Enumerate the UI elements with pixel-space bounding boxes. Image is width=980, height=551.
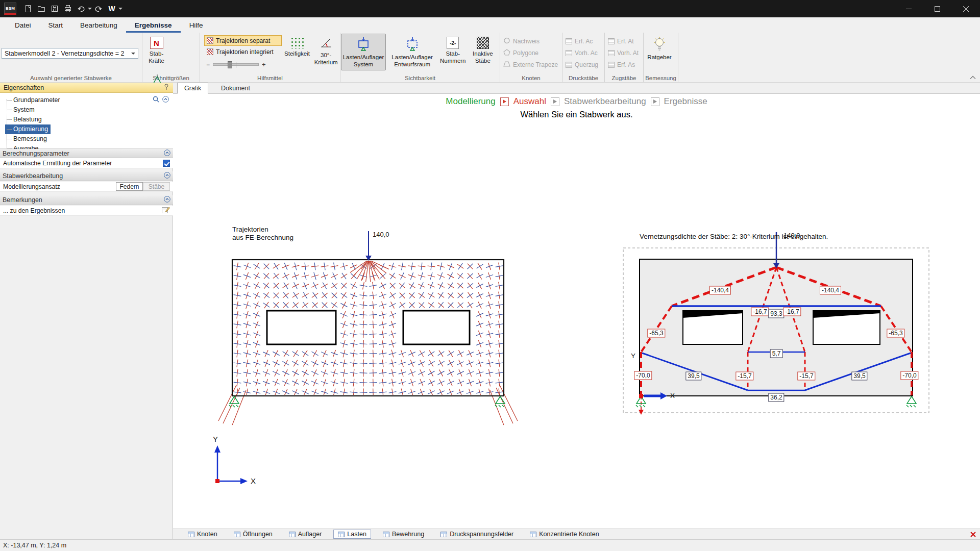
plus-icon[interactable]: [262, 61, 266, 68]
tab-oeffnungen[interactable]: Öffnungen: [229, 530, 277, 539]
search-icon[interactable]: [153, 96, 159, 104]
tree-item-bemessung[interactable]: Bemessung: [5, 134, 50, 144]
undo-icon[interactable]: [75, 2, 88, 15]
tab-bewehrung[interactable]: Bewehrung: [378, 530, 429, 539]
polygone-button[interactable]: Polygone: [503, 48, 559, 58]
tab-druckspannungsfelder[interactable]: Druckspannungsfelder: [436, 530, 518, 539]
vorh-ac-button[interactable]: Vorh. Ac: [566, 48, 601, 58]
tree-item-grundparameter[interactable]: Grundparameter: [5, 95, 63, 105]
steifigkeit-button[interactable]: Steifigkeit: [283, 34, 311, 70]
externe-trapeze-button[interactable]: Externe Trapeze: [503, 60, 559, 70]
inaktive-staebe-button[interactable]: Inaktive Stäbe: [470, 34, 496, 70]
section-collapse-icon[interactable]: [164, 196, 170, 204]
print-icon[interactable]: [61, 2, 75, 15]
table-icon: [566, 38, 572, 44]
section-stabwerkbearbeitung[interactable]: Stabwerkbearbeitung: [0, 171, 173, 181]
tab-start[interactable]: Start: [40, 19, 72, 33]
toggle-trajektorien-separat[interactable]: Trajektorien separat: [204, 35, 282, 46]
lasten-auflager-entwurfsraum-button[interactable]: Lasten/Auflager Entwurfsraum: [388, 34, 436, 70]
section-bemerkungen[interactable]: Bemerkungen: [0, 195, 173, 205]
toggle-trajektorien-integriert[interactable]: Trajektorien integriert: [204, 46, 282, 57]
tree-item-optimierung[interactable]: Optimierung: [5, 124, 51, 134]
section-collapse-icon[interactable]: [164, 172, 170, 180]
erf-as-button[interactable]: Erf. As: [608, 60, 640, 70]
group-label-hilfsmittel: Hilfsmittel: [200, 75, 340, 81]
undo-dropdown-icon[interactable]: [88, 8, 92, 12]
auto-parameter-checkbox[interactable]: [163, 160, 170, 167]
tab-bearbeitung[interactable]: Bearbeitung: [71, 19, 126, 33]
edit-note-icon[interactable]: [162, 206, 170, 215]
breadcrumb-step-auswahl[interactable]: Auswahl: [513, 96, 546, 107]
tab-konzentrierte-knoten[interactable]: Konzentrierte Knoten: [525, 530, 603, 539]
tab-lasten[interactable]: Lasten: [333, 530, 371, 539]
breadcrumb-step-stabwerkbearbeitung[interactable]: Stabwerkbearbeitung: [564, 96, 646, 107]
stab-nummern-button[interactable]: Stab-Nummern: [438, 34, 467, 70]
minus-icon[interactable]: [206, 61, 210, 68]
tab-knoten[interactable]: Knoten: [183, 530, 222, 539]
ratgeber-button[interactable]: Ratgeber: [644, 34, 675, 70]
application-window: BSM W Datei Start Bearbeitung Ergebnisse…: [0, 0, 980, 551]
collapse-ribbon-icon[interactable]: [970, 73, 976, 81]
erf-ac-button[interactable]: Erf. Ac: [566, 36, 601, 46]
strut-and-tie-diagram[interactable]: [623, 232, 929, 415]
ribbon-group-sichtbarkeit: Lasten/Auflager System Lasten/Auflager E…: [340, 33, 500, 82]
tab-ergebnisse[interactable]: Ergebnisse: [126, 19, 181, 33]
row-bemerkungen-ergebnisse: ... zu den Ergebnissen: [0, 206, 173, 216]
cursor-coordinates: X: -13,47 m, Y: 1,24 m: [3, 542, 66, 549]
close-table-strip-button[interactable]: [970, 532, 976, 537]
section-collapse-icon[interactable]: [164, 149, 170, 158]
polygon-icon: [503, 49, 510, 57]
row-automatische-ermittlung: Automatische Ermittlung der Parameter: [0, 158, 173, 168]
loads-supports-design-space-icon: [405, 37, 420, 53]
close-button[interactable]: [951, 0, 980, 17]
open-folder-icon[interactable]: [35, 2, 48, 15]
support-right: [495, 396, 505, 407]
slider-thumb[interactable]: [228, 61, 232, 68]
trajectory-density-slider[interactable]: [204, 61, 282, 68]
tab-dokument[interactable]: Dokument: [214, 83, 257, 94]
pin-icon[interactable]: [163, 84, 169, 91]
querzug-button[interactable]: Querzug: [566, 60, 601, 70]
collapse-up-icon[interactable]: [162, 96, 169, 104]
tab-hilfe[interactable]: Hilfe: [181, 19, 212, 33]
vorh-at-button[interactable]: Vorh. At: [608, 48, 640, 58]
breadcrumb-arrow-icon: [651, 97, 659, 106]
force-label-inner-right: -16,7: [783, 308, 801, 316]
table-icon: [338, 532, 345, 537]
force-label-vert-left: -15,7: [736, 372, 753, 381]
axis-y-label: Y: [213, 435, 218, 443]
save-icon[interactable]: [48, 2, 61, 15]
stab-kraefte-button[interactable]: Stab-Kräfte: [143, 34, 170, 70]
slider-track[interactable]: [213, 63, 259, 66]
word-export-icon[interactable]: W: [105, 2, 118, 15]
minimize-button[interactable]: [894, 0, 923, 17]
tab-grafik[interactable]: Grafik: [177, 83, 208, 94]
graphics-canvas[interactable]: Modellierung Auswahl Stabwerkbearbeitung…: [173, 94, 980, 529]
breadcrumb-step-ergebnisse[interactable]: Ergebnisse: [664, 96, 707, 107]
option-federn-button[interactable]: Federn: [116, 182, 143, 191]
tab-datei[interactable]: Datei: [6, 19, 40, 33]
drawing-area[interactable]: [173, 94, 980, 529]
erf-at-button[interactable]: Erf. At: [608, 36, 640, 46]
maximize-button[interactable]: [923, 0, 951, 17]
window-buttons: [894, 0, 980, 17]
nachweis-button[interactable]: Nachweis: [503, 36, 559, 46]
model-select[interactable]: Stabwerkmodell 2 - Vernetzungsdichte = 2: [2, 48, 138, 59]
model-select-value: Stabwerkmodell 2 - Vernetzungsdichte = 2: [5, 50, 125, 57]
section-berechnungsparameter[interactable]: Berechnungsparameter: [0, 149, 173, 158]
member-numbers-icon: [447, 37, 459, 49]
ribbon-group-zugstaebe: Erf. At Vorh. At Erf. As Zugstäbe: [605, 33, 644, 82]
lasten-auflager-system-button[interactable]: Lasten/Auflager System: [341, 34, 386, 70]
tree-item-belastung[interactable]: Belastung: [5, 115, 44, 124]
option-staebe-button[interactable]: Stäbe: [143, 182, 170, 191]
customize-toolbar-icon[interactable]: [118, 8, 122, 12]
group-label-bemessung: Bemessung: [644, 75, 678, 81]
kriterium-30-button[interactable]: 30°-Kriterium: [313, 34, 339, 70]
new-document-icon[interactable]: [21, 2, 35, 15]
force-label-strut-left: -140,4: [709, 286, 731, 295]
redo-icon[interactable]: [92, 2, 105, 15]
tab-auflager[interactable]: Auflager: [284, 530, 327, 539]
app-icon[interactable]: BSM: [4, 3, 16, 15]
breadcrumb-step-modellierung[interactable]: Modellierung: [446, 96, 495, 107]
tree-item-system[interactable]: System: [5, 105, 37, 115]
